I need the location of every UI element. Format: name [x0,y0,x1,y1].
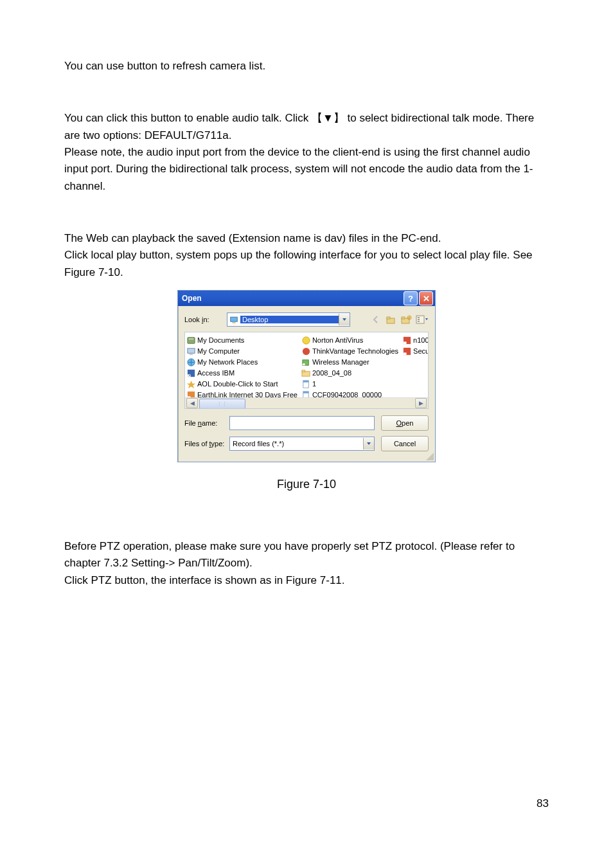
lookin-row: Look in: Desktop [184,312,429,327]
close-button[interactable]: ✕ [419,291,433,305]
list-item[interactable]: AOL Double-Click to Start [186,379,298,389]
scroll-thumb[interactable]: ⋮⋮ [199,399,245,409]
paragraph-local-1: The Web can playback the saved (Extensio… [64,230,549,247]
scroll-track[interactable]: ⋮⋮ [199,399,414,408]
filename-row: File name: Open [184,415,429,431]
svg-rect-3 [387,317,390,319]
list-item[interactable]: 2008_04_08 [301,368,398,378]
dialog-titlebar: Open ? ✕ [178,291,435,306]
filename-input[interactable] [229,416,375,430]
open-file-dialog: Open ? ✕ Look in: Desktop [177,290,436,462]
svg-point-22 [303,347,310,354]
filename-label: File name: [184,419,229,427]
paragraph-refresh: You can use button to refresh camera lis… [64,58,549,75]
svg-rect-14 [190,354,193,355]
folder-icon [301,368,311,378]
list-item[interactable]: n100 [402,335,429,345]
list-item[interactable]: Secu [402,346,429,356]
lookin-label: Look in: [184,316,227,323]
view-menu-icon[interactable] [416,313,429,326]
svg-rect-28 [303,380,308,382]
paragraph-ptz-2: Click PTZ button, the interface is shown… [64,572,549,589]
list-item[interactable]: Wireless Manager [301,357,398,367]
filetype-label: Files of type: [184,440,229,448]
dropdown-arrow-icon[interactable] [363,438,374,449]
filetype-select[interactable]: Record files (*.*) [229,437,375,451]
svg-marker-18 [187,380,195,388]
list-item[interactable]: Access IBM [186,368,298,378]
body-text-block-2: Before PTZ operation, please make sure y… [64,538,549,589]
svg-rect-7 [416,316,424,323]
paragraph-audio-2: Please note, the audio input port from t… [64,144,549,195]
list-item[interactable]: My Documents [186,335,298,345]
file-list-area[interactable]: My Documents My Computer My Network Plac… [184,332,429,409]
shortcut-icon [402,336,412,345]
scroll-left-button[interactable]: ◀ [186,398,198,408]
figure-wrapper: Open ? ✕ Look in: Desktop [64,281,549,491]
svg-rect-10 [418,321,420,322]
app-icon [301,347,311,356]
list-item[interactable]: Norton AntiVirus [301,335,398,345]
lookin-value: Desktop [240,316,339,323]
shortcut-icon [186,379,196,389]
svg-rect-13 [188,348,195,353]
file-icon [301,379,311,389]
svg-rect-8 [418,317,420,318]
cancel-button[interactable]: Cancel [381,436,429,451]
svg-rect-5 [402,317,405,319]
dialog-body: Look in: Desktop [178,306,435,462]
open-button[interactable]: Open [381,415,429,431]
dropdown-arrow-icon[interactable] [339,314,350,325]
help-button[interactable]: ? [404,291,418,305]
paragraph-audio-1: You can click this button to enable audi… [64,110,549,144]
svg-rect-9 [418,319,420,320]
lookin-toolbar [369,313,429,326]
svg-rect-12 [189,338,194,339]
svg-rect-24 [303,363,305,365]
shortcut-icon [301,357,311,367]
app-icon [301,336,311,345]
shortcut-icon [186,368,196,378]
up-level-icon[interactable] [385,313,398,326]
svg-rect-11 [188,337,195,343]
svg-rect-0 [231,317,238,321]
back-icon[interactable] [369,313,382,326]
paragraph-ptz-1: Before PTZ operation, please make sure y… [64,538,549,572]
svg-point-21 [303,336,310,343]
dialog-title: Open [182,294,402,303]
shortcut-icon [402,347,412,356]
horizontal-scrollbar[interactable]: ◀ ⋮⋮ ▶ [185,397,428,408]
paragraph-local-2: Click local play button, system pops up … [64,247,549,281]
body-text-block: You can use button to refresh camera lis… [64,58,549,281]
new-folder-icon[interactable] [400,313,413,326]
list-item[interactable]: My Network Places [186,357,298,367]
scroll-right-button[interactable]: ▶ [415,398,427,408]
list-item[interactable]: 1 [301,379,398,389]
form-rows: File name: Open Files of type: Record fi… [184,415,429,451]
list-item[interactable]: ThinkVantage Technologies [301,346,398,356]
svg-rect-26 [302,370,305,372]
resize-grip[interactable] [426,453,434,460]
folder-icon [186,336,196,345]
svg-rect-32 [404,341,407,344]
list-item[interactable]: My Computer [186,346,298,356]
lookin-select[interactable]: Desktop [227,312,350,327]
svg-rect-34 [404,352,407,355]
figure-caption: Figure 7-10 [277,478,336,491]
computer-icon [186,347,196,356]
filetype-row: Files of type: Record files (*.*) Cancel [184,436,429,451]
desktop-icon [229,315,238,324]
page-number: 83 [537,797,549,810]
svg-rect-1 [232,322,235,323]
network-icon [186,357,196,367]
svg-rect-30 [303,391,308,393]
